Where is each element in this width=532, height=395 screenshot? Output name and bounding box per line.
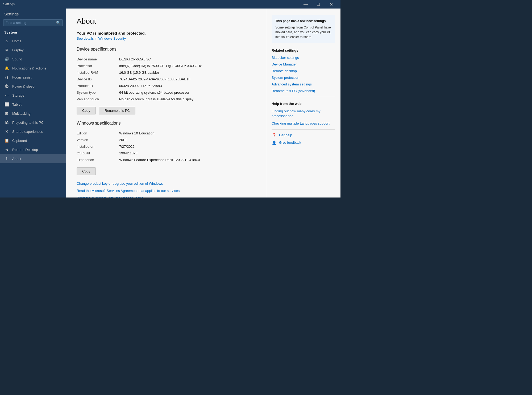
sidebar-item-label: Home xyxy=(12,39,22,43)
window-title: Settings xyxy=(3,2,15,6)
spec-value: Windows Feature Experience Pack 120.2212… xyxy=(119,157,255,163)
get-help-icon: ❓ xyxy=(272,133,276,138)
sidebar-item-clipboard[interactable]: 📋 Clipboard xyxy=(0,136,66,145)
system-label: System xyxy=(0,29,66,36)
spec-label: Device name xyxy=(77,56,119,63)
languages-help-link[interactable]: Checking multiple Languages support xyxy=(272,121,335,126)
get-help-link[interactable]: Get help xyxy=(279,133,292,137)
windows-specs-title: Windows specifications xyxy=(77,121,255,126)
get-help-item[interactable]: ❓ Get help xyxy=(272,133,335,138)
table-row: Device ID 7C94DA42-72C2-4A0A-9C00-F13062… xyxy=(77,76,255,83)
sidebar-item-sound[interactable]: 🔊 Sound xyxy=(0,55,66,64)
remote-icon: ⊲ xyxy=(4,147,9,152)
table-row: Processor Intel(R) Core(TM) i5-7500 CPU … xyxy=(77,63,255,69)
device-specs-title: Device specifications xyxy=(77,47,255,52)
sidebar-item-about[interactable]: ℹ About xyxy=(0,154,66,163)
sidebar-item-focus[interactable]: ◑ Focus assist xyxy=(0,73,66,82)
sidebar-item-power[interactable]: ⏻ Power & sleep xyxy=(0,82,66,91)
clipboard-icon: 📋 xyxy=(4,138,9,143)
spec-label: OS build xyxy=(77,150,119,157)
device-manager-link[interactable]: Device Manager xyxy=(272,62,335,66)
table-row: Pen and touch No pen or touch input is a… xyxy=(77,96,255,102)
change-product-key-link[interactable]: Change product key or upgrade your editi… xyxy=(77,182,255,186)
software-license-link[interactable]: Read the Microsoft Software License Term… xyxy=(77,196,255,198)
divider2 xyxy=(272,129,335,130)
sidebar-item-projecting[interactable]: 📽 Projecting to this PC xyxy=(0,118,66,127)
search-box[interactable]: 🔍 xyxy=(3,19,63,26)
spec-value: 19042.1826 xyxy=(119,150,255,157)
sidebar-item-shared[interactable]: ✖ Shared experiences xyxy=(0,127,66,136)
sidebar-item-label: Power & sleep xyxy=(12,84,35,88)
table-row: OS build 19042.1826 xyxy=(77,150,255,157)
sidebar-item-multitasking[interactable]: ⊞ Multitasking xyxy=(0,109,66,118)
focus-icon: ◑ xyxy=(4,75,9,79)
give-feedback-link[interactable]: Give feedback xyxy=(279,141,301,145)
spec-label: Edition xyxy=(77,130,119,137)
cores-help-link[interactable]: Finding out how many cores my processor … xyxy=(272,109,335,118)
copy-device-button[interactable]: Copy xyxy=(77,107,96,114)
advanced-system-settings-link[interactable]: Advanced system settings xyxy=(272,82,335,86)
sidebar-item-label: Display xyxy=(12,48,24,52)
sidebar-item-tablet[interactable]: ⬜ Tablet xyxy=(0,100,66,109)
sidebar: Settings 🔍 System ⌂ Home 🖥 Display 🔊 Sou… xyxy=(0,9,66,198)
spec-value: DESKTOP-6DA0I3C xyxy=(119,56,255,63)
spec-value: 00328-20092-14526-AA593 xyxy=(119,83,255,89)
copy-windows-button[interactable]: Copy xyxy=(77,167,96,175)
spec-label: Pen and touch xyxy=(77,96,119,102)
display-icon: 🖥 xyxy=(4,48,9,52)
windows-specs-table: Edition Windows 10 Education Version 20H… xyxy=(77,130,255,163)
close-button[interactable]: ✕ xyxy=(325,0,337,9)
window-controls: — □ ✕ xyxy=(300,0,337,9)
sidebar-item-label: Remote Desktop xyxy=(12,148,38,152)
shared-icon: ✖ xyxy=(4,129,9,134)
spec-value: 16.0 GB (15.9 GB usable) xyxy=(119,69,255,76)
notice-text: Some settings from Control Panel have mo… xyxy=(275,25,331,39)
bitlocker-link[interactable]: BitLocker settings xyxy=(272,56,335,60)
spec-label: Device ID xyxy=(77,76,119,83)
table-row: Version 20H2 xyxy=(77,137,255,143)
give-feedback-item[interactable]: 👤 Give feedback xyxy=(272,140,335,145)
sidebar-item-home[interactable]: ⌂ Home xyxy=(0,36,66,46)
search-input[interactable] xyxy=(6,21,55,25)
spec-label: Processor xyxy=(77,63,119,69)
spec-value: 20H2 xyxy=(119,137,255,143)
rename-pc-button[interactable]: Rename this PC xyxy=(99,107,135,114)
spec-value: Windows 10 Education xyxy=(119,130,255,137)
help-title: Help from the web xyxy=(272,102,335,106)
microsoft-services-link[interactable]: Read the Microsoft Services Agreement th… xyxy=(77,189,255,193)
sidebar-item-remote[interactable]: ⊲ Remote Desktop xyxy=(0,145,66,154)
sidebar-item-label: Focus assist xyxy=(12,75,31,79)
tablet-icon: ⬜ xyxy=(4,102,9,106)
table-row: Edition Windows 10 Education xyxy=(77,130,255,137)
security-link[interactable]: See details in Windows Security xyxy=(77,36,255,40)
rename-pc-advanced-link[interactable]: Rename this PC (advanced) xyxy=(272,89,335,93)
minimize-button[interactable]: — xyxy=(300,0,312,9)
table-row: System type 64-bit operating system, x64… xyxy=(77,89,255,96)
sidebar-item-label: About xyxy=(12,157,21,161)
search-icon: 🔍 xyxy=(56,21,60,25)
remote-desktop-link[interactable]: Remote desktop xyxy=(272,69,335,73)
sidebar-item-storage[interactable]: ▭ Storage xyxy=(0,91,66,100)
spec-value: Intel(R) Core(TM) i5-7500 CPU @ 3.40GHz … xyxy=(119,63,255,69)
maximize-button[interactable]: □ xyxy=(312,0,325,9)
sidebar-item-display[interactable]: 🖥 Display xyxy=(0,46,66,55)
content-area: Settings 🔍 System ⌂ Home 🖥 Display 🔊 Sou… xyxy=(0,9,340,198)
right-panel: This page has a few new settings Some se… xyxy=(266,9,340,198)
projecting-icon: 📽 xyxy=(4,120,9,125)
system-protection-link[interactable]: System protection xyxy=(272,76,335,80)
spec-value: No pen or touch input is available for t… xyxy=(119,96,255,102)
table-row: Product ID 00328-20092-14526-AA593 xyxy=(77,83,255,89)
spec-label: Experience xyxy=(77,157,119,163)
sidebar-item-label: Sound xyxy=(12,57,22,61)
sidebar-item-label: Projecting to this PC xyxy=(12,121,44,125)
table-row: Installed on 7/27/2022 xyxy=(77,143,255,150)
security-banner: Your PC is monitored and protected. xyxy=(77,31,255,35)
sidebar-title: Settings xyxy=(0,9,66,18)
home-icon: ⌂ xyxy=(4,39,9,43)
multitasking-icon: ⊞ xyxy=(4,111,9,116)
spec-label: Version xyxy=(77,137,119,143)
main-content: About Your PC is monitored and protected… xyxy=(66,9,266,198)
table-row: Device name DESKTOP-6DA0I3C xyxy=(77,56,255,63)
sidebar-item-notifications[interactable]: 🔔 Notifications & actions xyxy=(0,64,66,73)
give-feedback-icon: 👤 xyxy=(272,140,276,145)
